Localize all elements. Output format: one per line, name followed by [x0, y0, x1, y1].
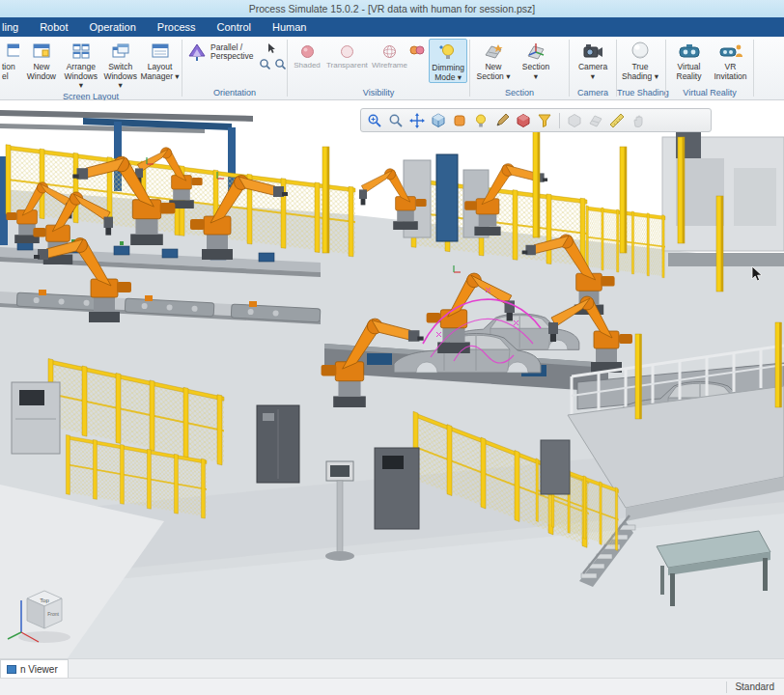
- group-screen-layout: tion el New Window Arrange Windows ▾: [0, 37, 182, 99]
- true-shading-sphere-icon: [630, 40, 651, 63]
- layout-manager-button[interactable]: Layout Manager ▾: [140, 39, 180, 81]
- group-orientation: Parallel / Perspective Orientation: [182, 37, 287, 99]
- display-pair-icon[interactable]: [409, 42, 425, 58]
- tab-human[interactable]: Human: [262, 17, 317, 37]
- transparent-button[interactable]: Transparent: [324, 39, 370, 70]
- status-mode: Standard: [735, 681, 774, 692]
- vr-invitation-icon: [719, 40, 742, 63]
- ribbon-tab-bar: ling Robot Operation Process Control Hum…: [0, 17, 784, 37]
- zoom-in-small-icon[interactable]: [257, 56, 272, 71]
- true-shading-button[interactable]: True Shading ▾: [619, 39, 661, 81]
- group-section: New Section ▾ Section ▾ Section: [470, 37, 569, 99]
- group-label-section: Section: [470, 87, 569, 99]
- measure-icon[interactable]: [566, 112, 583, 129]
- new-window-button[interactable]: New Window: [21, 39, 61, 81]
- tab-operation[interactable]: Operation: [78, 17, 146, 37]
- virtual-reality-button[interactable]: Virtual Reality: [668, 39, 710, 81]
- perspective-icon: [186, 41, 208, 65]
- tab-robot[interactable]: Robot: [29, 17, 78, 37]
- group-virtual-reality: Virtual Reality VR Invitation Virtual Re…: [666, 37, 753, 99]
- group-label-virtual-reality: Virtual Reality: [666, 87, 753, 99]
- section-button[interactable]: Section ▾: [515, 39, 557, 81]
- group-label-camera: Camera: [570, 87, 616, 99]
- solid-entity-icon[interactable]: [451, 112, 468, 129]
- new-section-button[interactable]: New Section ▾: [472, 39, 515, 81]
- zoom-in-icon[interactable]: [366, 112, 383, 129]
- window-title-bar[interactable]: Process Simulate 15.0.2 - [VR data with …: [0, 0, 784, 17]
- view-cube-top-label[interactable]: Top: [40, 598, 49, 603]
- wireframe-icon: [382, 42, 397, 61]
- arrange-windows-icon: [71, 40, 91, 63]
- group-camera: Camera ▾ Camera: [570, 37, 616, 99]
- transparent-icon: [340, 42, 354, 61]
- tab-modeling[interactable]: ling: [0, 17, 29, 37]
- layout-manager-icon: [151, 40, 170, 63]
- wireframe-button[interactable]: Wireframe: [370, 39, 409, 70]
- section-tool-icon[interactable]: [587, 112, 604, 129]
- dimming-mode-button[interactable]: Dimming Mode ▾: [429, 39, 467, 83]
- switch-windows-button[interactable]: Switch Windows ▾: [100, 39, 140, 91]
- toolbar-separator: [559, 113, 560, 128]
- group-visibility: Shaded Transparent Wireframe: [288, 37, 469, 99]
- group-true-shading: True Shading ▾ True Shading: [617, 37, 665, 99]
- parallel-perspective-button[interactable]: Parallel / Perspective: [184, 39, 255, 67]
- group-label-true-shading: True Shading: [617, 87, 665, 99]
- viewer-tab-bar: n Viewer: [0, 658, 784, 678]
- viewer-tab-icon: [7, 665, 16, 674]
- cut-off-button[interactable]: tion el: [2, 39, 21, 81]
- dimming-bulb-icon: [438, 41, 458, 64]
- group-label-visibility: Visibility: [288, 87, 469, 99]
- edit-markup-icon[interactable]: [493, 112, 511, 129]
- ruler-icon[interactable]: [608, 112, 626, 129]
- graphic-viewer-tab[interactable]: n Viewer: [0, 659, 69, 678]
- vr-headset-icon: [678, 40, 701, 63]
- new-window-icon: [32, 40, 51, 63]
- working-box-icon[interactable]: [515, 112, 532, 129]
- tab-process[interactable]: Process: [147, 17, 207, 37]
- new-section-icon: [483, 40, 504, 63]
- camera-icon: [582, 40, 603, 63]
- zoom-area-icon[interactable]: [387, 112, 405, 129]
- window-title: Process Simulate 15.0.2 - [VR data with …: [249, 3, 535, 14]
- shaded-icon: [300, 42, 315, 61]
- pan-icon[interactable]: [408, 112, 426, 129]
- status-bar: Standard: [0, 678, 784, 695]
- viewport-toolbar: [360, 108, 712, 132]
- tab-control[interactable]: Control: [207, 17, 262, 37]
- arrange-windows-button[interactable]: Arrange Windows ▾: [61, 39, 100, 91]
- shaded-button[interactable]: Shaded: [290, 39, 324, 70]
- select-pointer-icon[interactable]: [265, 41, 280, 56]
- pan-hand-icon[interactable]: [630, 112, 647, 129]
- camera-button[interactable]: Camera ▾: [572, 39, 614, 81]
- section-icon: [525, 40, 546, 63]
- view-orbit-icon[interactable]: [430, 112, 447, 129]
- ribbon: tion el New Window Arrange Windows ▾: [0, 37, 784, 100]
- view-cube-front-label[interactable]: Front: [47, 611, 59, 617]
- switch-windows-icon: [111, 40, 130, 63]
- window-panel-icon: [2, 40, 19, 63]
- display-filter-icon[interactable]: [536, 112, 553, 129]
- graphic-viewer-3d-viewport[interactable]: Top Front: [0, 100, 784, 658]
- group-label-orientation: Orientation: [182, 87, 287, 99]
- display-bulb-icon[interactable]: [472, 112, 490, 129]
- 3d-scene[interactable]: Top Front: [0, 100, 784, 658]
- vr-invitation-button[interactable]: VR Invitation: [710, 39, 751, 81]
